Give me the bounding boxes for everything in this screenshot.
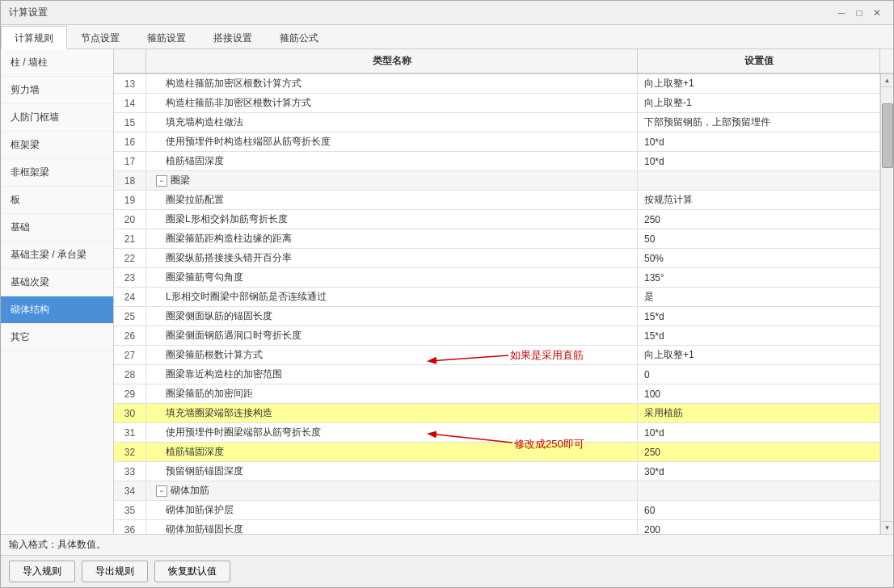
- tab-stirrup-formula[interactable]: 箍筋公式: [266, 26, 332, 49]
- export-rules-button[interactable]: 导出规则: [82, 561, 148, 582]
- table-row[interactable]: 15 填充墙构造柱做法 下部预留钢筋，上部预留埋件: [114, 113, 880, 132]
- row-name: 构造柱箍筋非加密区根数计算方式: [146, 94, 638, 112]
- header-num: [114, 49, 146, 73]
- row-value[interactable]: 按规范计算: [638, 191, 880, 209]
- table-row[interactable]: 31 使用预埋件时圈梁端部从筋弯折长度 10*d: [114, 423, 880, 443]
- tab-splice-settings[interactable]: 搭接设置: [200, 26, 266, 49]
- window-title: 计算设置: [9, 6, 48, 19]
- row-num: 21: [114, 229, 146, 248]
- row-value[interactable]: 10*d: [638, 152, 880, 170]
- row-name: 圈梁箍筋弯勾角度: [146, 268, 638, 287]
- scrollbar[interactable]: ▲ ▼: [880, 74, 893, 534]
- row-value[interactable]: 向上取整-1: [638, 94, 880, 112]
- row-value[interactable]: 0: [638, 365, 880, 384]
- sidebar-item-column[interactable]: 柱 / 墙柱: [1, 49, 113, 77]
- row-value[interactable]: 采用植筋: [638, 404, 880, 422]
- sidebar-item-foundation-beam[interactable]: 基础主梁 / 承台梁: [1, 242, 113, 269]
- table-row[interactable]: 19 圈梁拉筋配置 按规范计算: [114, 191, 880, 210]
- scrollbar-thumb[interactable]: [882, 103, 893, 168]
- table-row-highlighted[interactable]: 30 填充墙圈梁端部连接构造 采用植筋: [114, 404, 880, 423]
- row-value[interactable]: 30*d: [638, 462, 880, 481]
- row-value[interactable]: 向上取整+1: [638, 74, 880, 93]
- close-button[interactable]: ✕: [869, 6, 885, 20]
- sidebar-item-frame-beam[interactable]: 框架梁: [1, 132, 113, 159]
- row-num: 35: [114, 501, 146, 519]
- sidebar-item-shearwall[interactable]: 剪力墙: [1, 77, 113, 104]
- maximize-button[interactable]: □: [851, 6, 867, 20]
- row-value[interactable]: 向上取整+1: [638, 346, 880, 364]
- table-row[interactable]: 17 植筋锚固深度 10*d: [114, 152, 880, 171]
- table-row[interactable]: 29 圈梁箍筋的加密间距 100: [114, 384, 880, 404]
- row-value[interactable]: 50: [638, 229, 880, 248]
- row-num: 22: [114, 249, 146, 267]
- table-row-highlighted[interactable]: 32 植筋锚固深度 250: [114, 443, 880, 462]
- row-name: 使用预埋件时构造柱端部从筋弯折长度: [146, 132, 638, 151]
- sidebar-item-masonry[interactable]: 砌体结构: [1, 296, 113, 324]
- row-num: 23: [114, 268, 146, 287]
- row-num: 28: [114, 365, 146, 384]
- tab-node-settings[interactable]: 节点设置: [67, 26, 133, 49]
- tab-calc-rules[interactable]: 计算规则: [1, 26, 67, 49]
- table-row[interactable]: 27 圈梁箍筋根数计算方式 向上取整+1: [114, 346, 880, 365]
- row-name: 使用预埋件时圈梁端部从筋弯折长度: [146, 423, 638, 442]
- row-value[interactable]: 10*d: [638, 423, 880, 442]
- table-row[interactable]: 36 砌体加筋锚固长度 200: [114, 520, 880, 534]
- table-row[interactable]: 20 圈梁L形相交斜加筋弯折长度 250: [114, 210, 880, 229]
- row-num: 16: [114, 132, 146, 151]
- row-value[interactable]: 60: [638, 501, 880, 519]
- scroll-up-arrow[interactable]: ▲: [881, 74, 894, 87]
- row-value[interactable]: 15*d: [638, 326, 880, 345]
- row-num: 18: [114, 171, 146, 190]
- table-row[interactable]: 16 使用预埋件时构造柱端部从筋弯折长度 10*d: [114, 132, 880, 152]
- row-value[interactable]: 200: [638, 520, 880, 534]
- table-row-group[interactable]: 18 －圈梁: [114, 171, 880, 191]
- sidebar-item-non-frame-beam[interactable]: 非框架梁: [1, 159, 113, 187]
- row-name: 构造柱箍筋加密区根数计算方式: [146, 74, 638, 93]
- sidebar-item-slab[interactable]: 板: [1, 187, 113, 214]
- table-row[interactable]: 21 圈梁箍筋距构造柱边缘的距离 50: [114, 229, 880, 249]
- sidebar-item-other[interactable]: 其它: [1, 324, 113, 351]
- row-value[interactable]: 50%: [638, 249, 880, 267]
- row-name: 预留钢筋锚固深度: [146, 462, 638, 481]
- scroll-down-arrow[interactable]: ▼: [881, 521, 894, 534]
- row-value[interactable]: 250: [638, 443, 880, 461]
- row-num: 15: [114, 113, 146, 132]
- table-row[interactable]: 35 砌体加筋保护层 60: [114, 501, 880, 520]
- row-value[interactable]: 15*d: [638, 307, 880, 326]
- sidebar-item-foundation[interactable]: 基础: [1, 214, 113, 242]
- row-name: 填充墙圈梁端部连接构造: [146, 404, 638, 422]
- row-num: 24: [114, 288, 146, 306]
- tab-stirrup-settings[interactable]: 箍筋设置: [133, 26, 200, 49]
- table-row[interactable]: 26 圈梁侧面钢筋遇洞口时弯折长度 15*d: [114, 326, 880, 346]
- table-row[interactable]: 25 圈梁侧面纵筋的锚固长度 15*d: [114, 307, 880, 326]
- table-row-group[interactable]: 34 －砌体加筋: [114, 481, 880, 501]
- row-value[interactable]: 250: [638, 210, 880, 229]
- row-value[interactable]: 100: [638, 384, 880, 403]
- sidebar-item-civil-defense[interactable]: 人防门框墙: [1, 104, 113, 132]
- table-row[interactable]: 33 预留钢筋锚固深度 30*d: [114, 462, 880, 481]
- group-toggle[interactable]: －: [156, 485, 167, 497]
- group-toggle[interactable]: －: [156, 175, 167, 187]
- table-body[interactable]: 13 构造柱箍筋加密区根数计算方式 向上取整+1 14 构造柱箍筋非加密区根数计…: [114, 74, 880, 534]
- row-value[interactable]: 是: [638, 288, 880, 306]
- row-num: 33: [114, 462, 146, 481]
- row-value[interactable]: 10*d: [638, 132, 880, 151]
- table-row[interactable]: 24 L形相交时圈梁中部钢筋是否连续通过 是: [114, 288, 880, 307]
- table-row[interactable]: 13 构造柱箍筋加密区根数计算方式 向上取整+1: [114, 74, 880, 94]
- row-value[interactable]: 135°: [638, 268, 880, 287]
- import-rules-button[interactable]: 导入规则: [9, 561, 75, 582]
- table-row[interactable]: 23 圈梁箍筋弯勾角度 135°: [114, 268, 880, 288]
- table-row[interactable]: 14 构造柱箍筋非加密区根数计算方式 向上取整-1: [114, 94, 880, 113]
- row-num: 27: [114, 346, 146, 364]
- row-value: [638, 171, 880, 190]
- restore-defaults-button[interactable]: 恢复默认值: [154, 561, 230, 582]
- row-name: 植筋锚固深度: [146, 443, 638, 461]
- table-row[interactable]: 22 圈梁纵筋搭接接头错开百分率 50%: [114, 249, 880, 268]
- row-value[interactable]: 下部预留钢筋，上部预留埋件: [638, 113, 880, 132]
- sidebar-item-foundation-sec-beam[interactable]: 基础次梁: [1, 269, 113, 296]
- table-row[interactable]: 28 圈梁靠近构造柱的加密范围 0: [114, 365, 880, 384]
- row-name: 圈梁纵筋搭接接头错开百分率: [146, 249, 638, 267]
- row-num: 19: [114, 191, 146, 209]
- minimize-button[interactable]: ─: [833, 6, 850, 20]
- row-name: 圈梁侧面纵筋的锚固长度: [146, 307, 638, 326]
